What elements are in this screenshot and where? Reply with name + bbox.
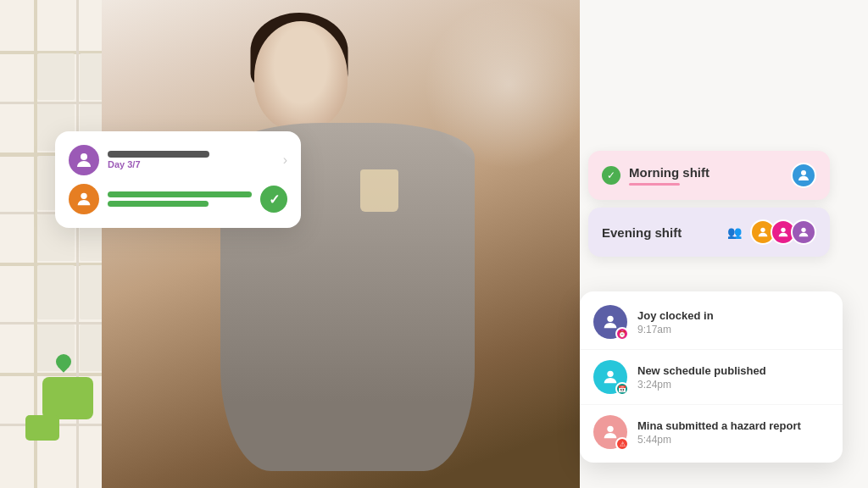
svg-point-5: [801, 228, 805, 232]
progress-bars: [108, 191, 252, 207]
svg-point-7: [607, 371, 613, 377]
morning-shift-title: Morning shift: [629, 165, 787, 180]
report-badge: ⚠: [615, 437, 629, 451]
avatar-user1: [69, 145, 99, 175]
activity-text-schedule: New schedule published 3:24pm: [637, 364, 829, 391]
activity-text-mina: Mina submitted a hazard report 5:44pm: [637, 419, 829, 446]
evening-shift-title: Evening shift: [602, 225, 721, 240]
day-label: Day 3/7: [108, 159, 275, 169]
svg-point-0: [81, 153, 87, 160]
activity-feed: ⏰ Joy clocked in 9:17am 📅 New schedule p…: [580, 291, 843, 463]
main-photo: [102, 0, 593, 488]
svg-point-1: [81, 193, 86, 199]
activity-avatar-joy: ⏰: [593, 305, 627, 339]
map-pin: [55, 354, 72, 376]
svg-point-8: [607, 426, 613, 432]
svg-point-4: [781, 228, 785, 232]
check-button[interactable]: ✓: [260, 186, 287, 213]
activity-item: 📅 New schedule published 3:24pm: [580, 350, 843, 405]
morning-shift-card: ✓ Morning shift: [588, 151, 830, 200]
activity-text-joy: Joy clocked in 9:17am: [637, 309, 829, 336]
morning-check-icon: ✓: [602, 166, 620, 185]
evening-avatars: [750, 219, 816, 245]
morning-avatar: [791, 163, 816, 188]
clock-badge: ⏰: [615, 327, 629, 341]
group-icon: 👥: [727, 225, 742, 239]
checkin-card: Day 3/7 › ✓: [55, 131, 301, 228]
activity-avatar-mina: ⚠: [593, 415, 627, 449]
chevron-icon[interactable]: ›: [283, 152, 287, 168]
svg-point-6: [607, 316, 613, 322]
svg-point-2: [801, 170, 806, 175]
svg-point-3: [760, 228, 765, 232]
calendar-badge: 📅: [615, 382, 629, 396]
evening-shift-card: Evening shift 👥: [588, 208, 830, 257]
avatar-user2: [69, 184, 99, 214]
activity-item: ⏰ Joy clocked in 9:17am: [580, 295, 843, 350]
activity-item: ⚠ Mina submitted a hazard report 5:44pm: [580, 405, 843, 459]
activity-avatar-schedule: 📅: [593, 360, 627, 394]
